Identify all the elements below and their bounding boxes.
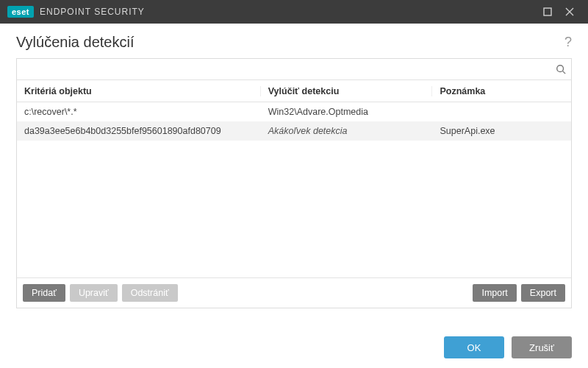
help-button[interactable]: ?: [564, 35, 572, 50]
panel-toolbar: Pridať Upraviť Odstrániť Import Export: [17, 277, 571, 308]
col-note[interactable]: Poznámka: [432, 86, 571, 96]
minimize-button[interactable]: [537, 0, 559, 24]
dialog-footer: OK Zrušiť: [0, 327, 588, 368]
close-button[interactable]: [559, 0, 581, 24]
brand-text: ENDPOINT SECURITY: [40, 7, 145, 17]
page-title: Vylúčenia detekcií: [16, 34, 564, 51]
col-criteria[interactable]: Kritériá objektu: [17, 86, 261, 96]
cell-note: SuperApi.exe: [432, 126, 571, 136]
content: Kritériá objektu Vylúčiť detekciu Poznám…: [0, 58, 588, 308]
svg-rect-0: [544, 8, 551, 15]
header: Vylúčenia detekcií ?: [0, 24, 588, 58]
cell-criteria: da39a3ee5e6b4b0d3255bfef95601890afd80709: [17, 126, 261, 136]
cell-detection: Win32\Advare.Optmedia: [261, 107, 433, 117]
titlebar: eset ENDPOINT SECURITY: [0, 0, 588, 24]
cancel-button[interactable]: Zrušiť: [512, 336, 572, 358]
export-button[interactable]: Export: [521, 284, 565, 302]
search-icon[interactable]: [551, 59, 571, 79]
close-icon: [565, 7, 574, 16]
brand-logo: eset: [7, 6, 34, 18]
table-body: c:\recover\*.*Win32\Advare.Optmediada39a…: [17, 102, 571, 141]
col-detection[interactable]: Vylúčiť detekciu: [261, 86, 433, 96]
table-header: Kritériá objektu Vylúčiť detekciu Poznám…: [17, 80, 571, 102]
cell-criteria: c:\recover\*.*: [17, 107, 261, 117]
cell-detection: Akákoľvek detekcia: [261, 126, 433, 136]
table-row[interactable]: c:\recover\*.*Win32\Advare.Optmedia: [17, 102, 571, 121]
brand: eset ENDPOINT SECURITY: [7, 6, 145, 18]
search-bar: [17, 59, 571, 80]
delete-button[interactable]: Odstrániť: [122, 284, 178, 302]
exclusions-table: Kritériá objektu Vylúčiť detekciu Poznám…: [17, 80, 571, 277]
ok-button[interactable]: OK: [444, 336, 504, 358]
minimize-icon: [543, 7, 552, 16]
exclusions-panel: Kritériá objektu Vylúčiť detekciu Poznám…: [16, 58, 572, 308]
import-button[interactable]: Import: [473, 284, 516, 302]
edit-button[interactable]: Upraviť: [70, 284, 118, 302]
svg-point-1: [557, 66, 564, 72]
search-input[interactable]: [17, 59, 551, 79]
add-button[interactable]: Pridať: [23, 284, 65, 302]
table-row[interactable]: da39a3ee5e6b4b0d3255bfef95601890afd80709…: [17, 121, 571, 141]
